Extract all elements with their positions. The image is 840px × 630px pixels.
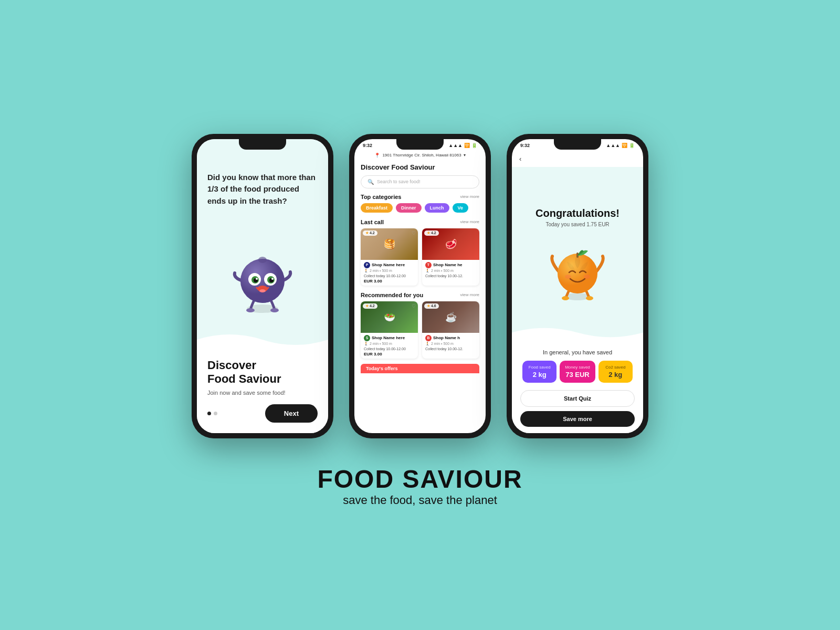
money-saved-label: Money saved — [565, 365, 590, 370]
collect-info-4: Collect today 10.00-12. — [425, 347, 476, 351]
last-call-header: Last call view more — [354, 216, 486, 227]
heart-icon-1[interactable]: ♡ — [412, 230, 416, 236]
svg-point-2 — [270, 308, 279, 312]
rating-value-2: 4.2 — [431, 231, 436, 235]
food-card-4-img: ☕ ★ 4.6 — [422, 301, 479, 333]
co2-saved-badge: Co2 saved 2 kg — [598, 361, 633, 383]
pagination-dots — [207, 412, 217, 415]
svg-point-4 — [240, 259, 285, 303]
last-call-view-more[interactable]: view more — [460, 219, 479, 224]
food-card-3[interactable]: 🥗 ★ 4.2 ♡ S Shop Name here — [361, 301, 418, 359]
svg-point-5 — [258, 257, 267, 263]
notch-3 — [554, 139, 601, 150]
shop-meta-2: 🚶 2 min • 500 m — [425, 269, 476, 273]
recommended-label: Recommended for you — [361, 292, 423, 298]
search-icon: 🔍 — [368, 179, 374, 185]
shop-logo-row-4: B Shop Name h — [425, 335, 476, 341]
co2-saved-label: Co2 saved — [604, 365, 627, 370]
food-card-2-img: 🥩 ★ 4.2 — [422, 228, 479, 260]
wifi-icon-3: 🛜 — [622, 143, 627, 148]
wave-divider-1 — [197, 329, 328, 350]
rating-badge-3: ★ 4.2 — [363, 303, 377, 309]
phones-container: Did you know that more than 1/3 of the f… — [192, 134, 648, 438]
shop-logo-2: T — [425, 262, 432, 268]
search-placeholder-text: Search to save food! — [377, 179, 421, 184]
brand-title: FOOD SAVIOUR — [317, 465, 522, 494]
rating-badge-2: ★ 4.2 — [424, 230, 439, 236]
onboarding-fact-text: Did you know that more than 1/3 of the f… — [207, 172, 318, 207]
svg-point-17 — [562, 296, 569, 300]
blueberry-svg — [228, 236, 297, 315]
app-header: Discover Food Saviour — [354, 160, 486, 173]
onboarding-nav-row: Next — [207, 404, 318, 423]
collect-info-2: Collect today 10.00-12. — [425, 274, 476, 278]
status-icons-3: ▲▲▲ 🛜 🔋 — [606, 143, 635, 148]
next-button[interactable]: Next — [265, 404, 318, 423]
last-call-cards: 🥞 ★ 4.2 ♡ P Shop Name here — [354, 227, 486, 289]
brand-tagline: save the food, save the planet — [317, 494, 522, 507]
svg-point-12 — [256, 278, 258, 280]
notch-1 — [239, 139, 286, 150]
food-card-1-img: 🥞 ★ 4.2 ♡ — [361, 228, 418, 260]
food-saved-badge: Food saved 2 kg — [522, 361, 556, 383]
congrats-top: Congratulations! Today you saved 1.75 EU… — [512, 167, 643, 342]
savings-badges: Food saved 2 kg Money saved 73 EUR Co2 s… — [520, 361, 635, 383]
category-veg[interactable]: Ve — [453, 203, 469, 213]
rating-badge-4: ★ 4.6 — [424, 303, 439, 309]
time-3: 9:32 — [520, 143, 530, 148]
save-more-button[interactable]: Save more — [520, 411, 635, 427]
shop-name-4: Shop Name h — [433, 335, 460, 340]
food-saved-label: Food saved — [528, 365, 551, 370]
quiz-button[interactable]: Start Quiz — [520, 390, 635, 407]
food-card-4[interactable]: ☕ ★ 4.6 B Shop Name h 🚶 2 min • 500 — [422, 301, 479, 359]
branding-section: FOOD SAVIOUR save the food, save the pla… — [317, 465, 522, 507]
battery-icon: 🔋 — [471, 143, 477, 148]
recommended-cards: 🥗 ★ 4.2 ♡ S Shop Name here — [354, 300, 486, 362]
wave-divider-3 — [512, 323, 643, 342]
savings-label: In general, you have saved — [520, 349, 635, 355]
phone-3-screen: 9:32 ▲▲▲ 🛜 🔋 ‹ Congratulations! Today yo… — [512, 139, 643, 433]
shop-logo-3: S — [364, 335, 370, 341]
category-dinner[interactable]: Dinner — [396, 203, 422, 213]
co2-saved-value: 2 kg — [604, 371, 627, 379]
svg-point-13 — [271, 278, 274, 280]
shop-name-3: Shop Name here — [372, 335, 405, 340]
price-1: EUR 3.00 — [364, 279, 415, 284]
back-button[interactable]: ‹ — [512, 151, 643, 167]
star-icon-4: ★ — [427, 304, 430, 308]
signal-icon-3: ▲▲▲ — [606, 143, 620, 148]
shop-logo-row-3: S Shop Name here — [364, 335, 415, 341]
category-breakfast[interactable]: Breakfast — [361, 203, 393, 213]
shop-logo-row-1: P Shop Name here — [364, 262, 415, 268]
shop-name-1: Shop Name here — [372, 262, 405, 267]
food-card-3-img: 🥗 ★ 4.2 ♡ — [361, 301, 418, 333]
battery-icon-3: 🔋 — [629, 143, 635, 148]
collect-info-3: Collect today 10.00-12.00 — [364, 347, 415, 351]
heart-icon-3[interactable]: ♡ — [412, 303, 416, 309]
dot-2 — [214, 412, 217, 415]
shop-name-2: Shop Name he — [433, 262, 463, 267]
price-3: EUR 3.00 — [364, 352, 415, 356]
shop-meta-4: 🚶 2 min • 500 m — [425, 342, 476, 346]
star-icon-2: ★ — [427, 231, 430, 235]
chevron-down-icon: ▾ — [464, 153, 466, 158]
recommended-header: Recommended for you view more — [354, 289, 486, 300]
dot-1 — [207, 412, 211, 415]
top-categories-view-more[interactable]: view more — [460, 194, 479, 199]
svg-point-1 — [246, 308, 255, 312]
phone-2-screen: 9:32 ▲▲▲ 🛜 🔋 📍 1901 Thornridge Cir. Shil… — [354, 139, 486, 433]
location-bar[interactable]: 📍 1901 Thornridge Cir. Shiloh, Hawaii 81… — [354, 151, 486, 160]
congrats-subtitle: Today you saved 1.75 EUR — [545, 222, 609, 227]
phone-3: 9:32 ▲▲▲ 🛜 🔋 ‹ Congratulations! Today yo… — [507, 134, 648, 438]
food-card-4-info: B Shop Name h 🚶 2 min • 500 m Collect to… — [422, 333, 479, 353]
food-card-2[interactable]: 🥩 ★ 4.2 T Shop Name he 🚶 2 min • 5 — [422, 228, 479, 286]
today-offers-bar[interactable]: Today's offers — [361, 364, 479, 373]
notch-2 — [396, 139, 444, 150]
location-pin-icon: 📍 — [374, 153, 380, 158]
food-card-1[interactable]: 🥞 ★ 4.2 ♡ P Shop Name here — [361, 228, 418, 286]
food-card-2-info: T Shop Name he 🚶 2 min • 500 m Collect t… — [422, 260, 479, 280]
category-lunch[interactable]: Lunch — [425, 203, 449, 213]
recommended-view-more[interactable]: view more — [460, 292, 479, 297]
search-bar[interactable]: 🔍 Search to save food! — [361, 175, 479, 188]
shop-meta-1: 🚶 2 min • 500 m — [364, 269, 415, 273]
